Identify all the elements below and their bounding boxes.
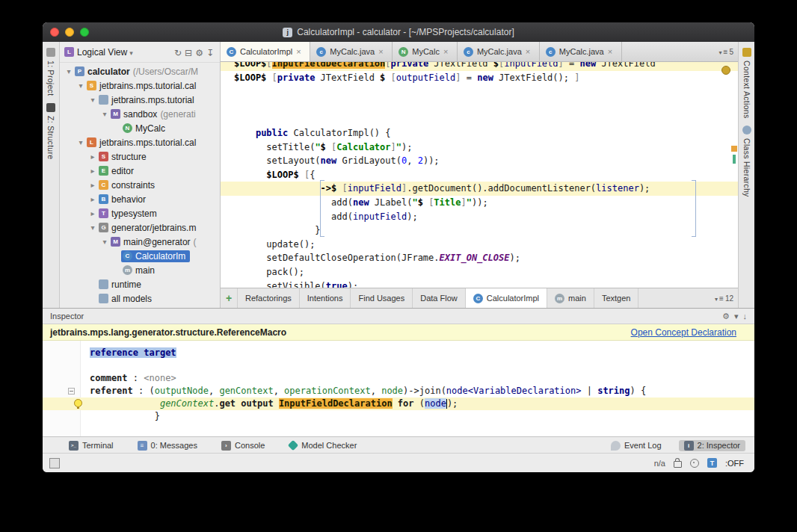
- tree-expand-arrow-icon[interactable]: [88, 167, 97, 175]
- close-icon[interactable]: [526, 47, 533, 56]
- code-token[interactable]: EXIT_ON_CLOSE: [440, 253, 510, 263]
- code-line[interactable]: setTitle("$ [Calculator]");: [221, 140, 738, 155]
- tree-expand-arrow-icon[interactable]: [88, 223, 97, 232]
- tree-item[interactable]: MyCalc: [60, 121, 220, 135]
- code-token[interactable]: private: [277, 72, 316, 83]
- tree-item[interactable]: jetbrains.mps.tutorial.cal: [60, 135, 220, 149]
- editor-bottom-tab[interactable]: Find Usages: [351, 288, 413, 308]
- code-token[interactable]: [234, 183, 321, 194]
- tree-item[interactable]: generator/jetbrains.m: [60, 220, 220, 235]
- code-token[interactable]: );: [447, 398, 458, 409]
- code-token[interactable]: [: [266, 72, 277, 83]
- code-line[interactable]: }: [221, 223, 738, 238]
- code-token[interactable]: ) {: [630, 386, 647, 396]
- code-token[interactable]: [: [299, 170, 310, 180]
- code-token[interactable]: [234, 86, 239, 96]
- code-token[interactable]: genContext: [219, 386, 273, 396]
- fold-marker-icon[interactable]: [68, 388, 75, 395]
- code-token[interactable]: inputField: [353, 211, 407, 222]
- code-line[interactable]: setLayout(new GridLayout(0, 2));: [221, 154, 738, 168]
- code-token[interactable]: JTextField: [428, 62, 493, 69]
- code-line[interactable]: add(new JLabel("$ [Title]"));: [221, 196, 738, 210]
- code-token[interactable]: $LOOP$: [266, 170, 298, 180]
- tool-window-button[interactable]: Event Log: [606, 440, 667, 451]
- code-line[interactable]: [221, 99, 738, 113]
- hide-icon[interactable]: ↓: [743, 312, 748, 321]
- tree-item[interactable]: jetbrains.mps.tutorial.cal: [60, 78, 220, 93]
- code-token[interactable]: $: [418, 197, 423, 208]
- code-line[interactable]: referent : (outputNode, genContext, oper…: [43, 385, 754, 398]
- editor-bottom-tab[interactable]: Data Flow: [413, 288, 466, 308]
- editor-tab[interactable]: CalculatorImpl: [221, 42, 310, 61]
- code-token[interactable]: GridLayout(: [336, 155, 401, 166]
- code-token[interactable]: [: [385, 72, 396, 83]
- code-token[interactable]: setDefaultCloseOperation(JFrame.: [234, 253, 440, 263]
- tool-window-button[interactable]: Console: [216, 440, 270, 451]
- close-icon[interactable]: [443, 47, 451, 56]
- code-token[interactable]: ));: [472, 197, 488, 208]
- code-line[interactable]: public CalculatorImpl() {: [221, 126, 738, 140]
- code-token[interactable]: ": [467, 197, 472, 208]
- code-token[interactable]: 2: [418, 155, 423, 166]
- scrollbar-info-mark[interactable]: [733, 155, 736, 164]
- code-token[interactable]: {: [310, 170, 315, 180]
- view-selector[interactable]: Logical View: [77, 47, 133, 58]
- lock-icon[interactable]: [674, 461, 682, 468]
- code-token[interactable]: )->join(: [403, 386, 446, 396]
- editor-bottom-tab[interactable]: CalculatorImpl: [466, 288, 547, 308]
- code-token[interactable]: JTextField();: [493, 72, 574, 83]
- tree-item[interactable]: sandbox (generati: [60, 107, 220, 121]
- code-token[interactable]: get output: [219, 398, 273, 409]
- tool-window-button[interactable]: Model Checker: [283, 440, 362, 451]
- tab-overflow-widget[interactable]: 5: [715, 42, 738, 61]
- tree-item[interactable]: CalculatorIm: [60, 249, 220, 263]
- code-token[interactable]: outputField: [396, 72, 455, 83]
- editor-tab[interactable]: MyCalc.java: [310, 42, 393, 61]
- code-token[interactable]: ]: [558, 62, 564, 69]
- tree-expand-arrow-icon[interactable]: [100, 238, 109, 246]
- code-token[interactable]: [234, 170, 266, 180]
- typing-mode-icon[interactable]: T: [707, 458, 717, 468]
- code-token[interactable]: );: [348, 281, 358, 288]
- code-token[interactable]: private: [391, 62, 429, 69]
- bottom-tab-overflow-widget[interactable]: 12: [710, 288, 738, 308]
- tree-expand-arrow-icon[interactable]: [88, 181, 97, 189]
- code-token[interactable]: [234, 100, 239, 111]
- code-token[interactable]: [: [266, 62, 271, 69]
- code-token[interactable]: );: [639, 183, 650, 194]
- tree-expand-arrow-icon[interactable]: [88, 209, 97, 217]
- code-token[interactable]: );: [407, 211, 417, 222]
- code-token[interactable]: InputFieldDeclaration: [279, 398, 393, 409]
- code-token[interactable]: operationContext: [284, 386, 371, 396]
- code-token[interactable]: ": [412, 197, 417, 208]
- tool-window-button[interactable]: Terminal: [64, 440, 119, 451]
- code-token[interactable]: ": [315, 142, 320, 152]
- tool-strip-button[interactable]: Context Actions: [742, 48, 751, 118]
- code-token[interactable]: reference target: [90, 347, 176, 358]
- code-token[interactable]: $LOOP$: [234, 62, 266, 69]
- tool-window-button[interactable]: 0: Messages: [132, 440, 203, 451]
- intention-bulb-icon[interactable]: [74, 399, 82, 407]
- inspector-code-lines[interactable]: reference target comment : <none>referen…: [43, 341, 754, 423]
- code-line[interactable]: setVisible(true);: [221, 279, 738, 288]
- code-token[interactable]: ]: [391, 142, 396, 152]
- code-token[interactable]: $: [493, 62, 499, 69]
- code-token[interactable]: string: [597, 386, 630, 396]
- editor-tab[interactable]: MyCalc: [393, 42, 458, 61]
- code-token[interactable]: JTextField: [315, 72, 380, 83]
- code-token[interactable]: for: [393, 398, 419, 409]
- code-line[interactable]: $LOOP$[InputFieldDeclaration[private JTe…: [221, 62, 738, 71]
- code-token[interactable]: );: [509, 253, 520, 263]
- code-token[interactable]: public: [256, 128, 288, 138]
- close-icon[interactable]: [378, 47, 386, 56]
- code-line[interactable]: ->$ [inputField].getDocument().addDocume…: [221, 182, 738, 196]
- code-token[interactable]: [234, 114, 239, 124]
- code-token[interactable]: inputField: [348, 183, 401, 194]
- code-line[interactable]: comment : <none>: [43, 372, 754, 385]
- code-line[interactable]: $LOOP$ [private JTextField $ [outputFiel…: [221, 71, 738, 85]
- code-token[interactable]: ));: [423, 155, 440, 166]
- code-token[interactable]: new: [321, 155, 337, 166]
- code-line[interactable]: reference target: [43, 347, 754, 359]
- close-icon[interactable]: [608, 47, 615, 56]
- code-token[interactable]: genContext: [160, 398, 214, 409]
